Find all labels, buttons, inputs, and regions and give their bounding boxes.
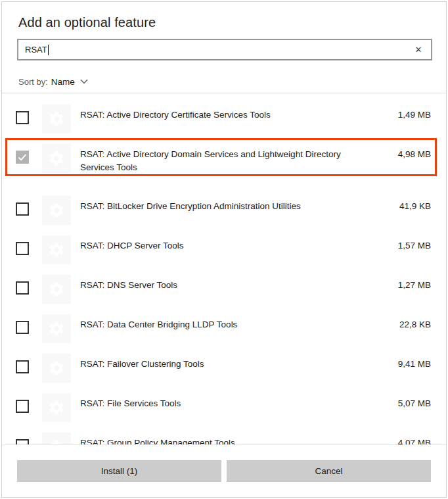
feature-row[interactable]: RSAT: Active Directory Certificate Servi… (2, 100, 446, 139)
gear-icon (48, 281, 65, 298)
feature-checkbox[interactable] (16, 321, 29, 334)
feature-size: 5,07 MB (392, 397, 431, 410)
feature-row[interactable]: RSAT: Active Directory Domain Services a… (2, 139, 446, 191)
text-caret (48, 45, 49, 55)
feature-size: 22,8 KB (393, 318, 431, 331)
feature-checkbox[interactable] (16, 111, 29, 124)
feature-row[interactable]: RSAT: Data Center Bridging LLDP Tools 22… (2, 310, 446, 349)
feature-row[interactable]: RSAT: DNS Server Tools 1,27 MB (2, 270, 446, 310)
feature-texts: RSAT: Active Directory Certificate Servi… (80, 105, 431, 122)
dialog-footer: Install (1) Cancel (2, 444, 446, 497)
feature-icon-placeholder (42, 235, 71, 264)
feature-texts: RSAT: DHCP Server Tools 1,57 MB (80, 235, 431, 252)
sort-by-dropdown[interactable]: Sort by: Name (18, 75, 88, 88)
feature-row[interactable]: RSAT: BitLocker Drive Encryption Adminis… (2, 191, 446, 231)
feature-name: RSAT: Active Directory Certificate Servi… (80, 108, 271, 122)
feature-list: RSAT: Active Directory Certificate Servi… (2, 93, 446, 497)
feature-name: RSAT: DHCP Server Tools (80, 239, 184, 252)
install-button[interactable]: Install (1) (17, 460, 221, 482)
feature-icon-placeholder (42, 105, 71, 133)
feature-size: 4,98 MB (392, 148, 431, 161)
gear-icon (48, 360, 65, 377)
feature-size: 9,41 MB (392, 358, 431, 371)
feature-icon-placeholder (42, 275, 71, 304)
checkmark-icon (17, 152, 28, 162)
feature-texts: RSAT: DNS Server Tools 1,27 MB (80, 275, 431, 292)
feature-name: RSAT: Active Directory Domain Services a… (80, 148, 377, 174)
sort-by-value: Name (51, 77, 75, 87)
feature-icon-placeholder (42, 144, 71, 173)
gear-icon (48, 241, 65, 258)
feature-row[interactable]: RSAT: File Services Tools 5,07 MB (2, 389, 446, 428)
page-title: Add an optional feature (18, 15, 156, 30)
gear-icon (48, 110, 65, 128)
feature-texts: RSAT: File Services Tools 5,07 MB (80, 393, 431, 410)
chevron-down-icon (80, 79, 88, 84)
feature-checkbox[interactable] (16, 151, 29, 164)
feature-icon-placeholder (42, 196, 71, 225)
feature-name: RSAT: BitLocker Drive Encryption Adminis… (80, 200, 301, 213)
gear-icon (48, 202, 65, 219)
feature-size: 1,49 MB (392, 108, 431, 122)
feature-icon-placeholder (42, 314, 71, 343)
feature-name: RSAT: DNS Server Tools (80, 279, 177, 292)
feature-icon-placeholder (42, 354, 71, 383)
feature-checkbox[interactable] (16, 360, 29, 373)
gear-icon (48, 320, 65, 337)
search-input[interactable]: RSAT ✕ (17, 39, 432, 60)
feature-texts: RSAT: BitLocker Drive Encryption Adminis… (80, 196, 431, 213)
feature-texts: RSAT: Data Center Bridging LLDP Tools 22… (80, 314, 431, 331)
feature-size: 1,27 MB (392, 279, 431, 292)
feature-row[interactable]: RSAT: Failover Clustering Tools 9,41 MB (2, 349, 446, 389)
close-icon: ✕ (415, 45, 422, 55)
gear-icon (48, 150, 65, 167)
feature-checkbox[interactable] (16, 400, 29, 413)
feature-icon-placeholder (42, 393, 71, 422)
feature-name: RSAT: File Services Tools (80, 397, 181, 410)
gear-icon (48, 399, 65, 416)
feature-checkbox[interactable] (16, 281, 29, 295)
feature-checkbox[interactable] (16, 242, 29, 255)
cancel-button[interactable]: Cancel (227, 460, 431, 482)
feature-texts: RSAT: Failover Clustering Tools 9,41 MB (80, 354, 431, 371)
clear-search-button[interactable]: ✕ (410, 40, 427, 59)
feature-size: 1,57 MB (392, 239, 431, 252)
feature-texts: RSAT: Active Directory Domain Services a… (80, 144, 431, 174)
feature-checkbox[interactable] (16, 202, 29, 216)
add-optional-feature-dialog: Add an optional feature RSAT ✕ Sort by: … (1, 1, 447, 498)
feature-size: 41,9 KB (393, 200, 431, 213)
feature-row[interactable]: RSAT: DHCP Server Tools 1,57 MB (2, 231, 446, 270)
sort-by-label: Sort by: (18, 77, 48, 87)
search-input-value: RSAT (25, 45, 47, 55)
feature-name: RSAT: Data Center Bridging LLDP Tools (80, 318, 237, 331)
feature-name: RSAT: Failover Clustering Tools (80, 358, 204, 371)
